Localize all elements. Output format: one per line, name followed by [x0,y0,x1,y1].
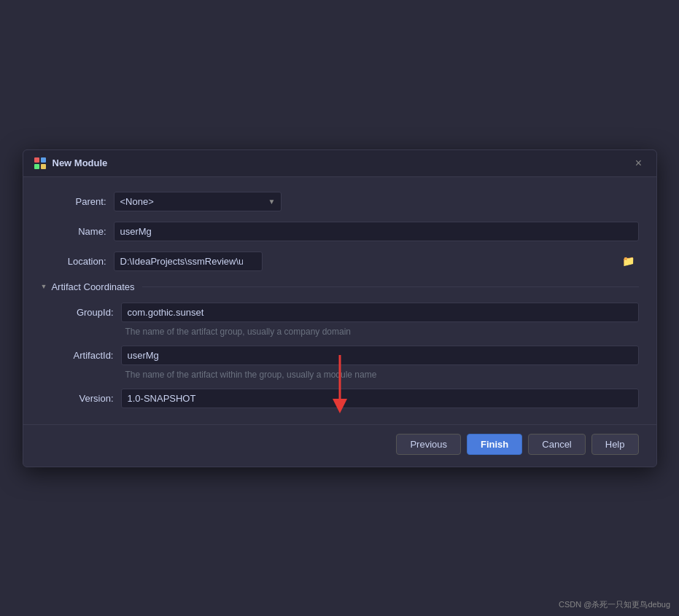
groupid-label: GroupId: [55,307,114,318]
location-input[interactable] [114,252,263,271]
artifactid-input[interactable] [121,346,639,365]
artifactid-hint: The name of the artifact within the grou… [55,370,639,380]
groupid-row: GroupId: [55,303,639,322]
name-row: Name: [41,222,639,241]
section-divider [142,286,639,287]
name-input[interactable] [114,222,639,241]
parent-row: Parent: <None> ssmReview ▼ [41,192,639,211]
location-label: Location: [41,256,106,267]
location-row: Location: 📁 [41,252,639,271]
dialog-wrapper: New Module × Parent: <None> ssmReview ▼ … [0,0,679,616]
collapse-icon: ▼ [41,283,47,290]
groupid-hint: The name of the artifact group, usually … [55,327,639,337]
browse-button[interactable]: 📁 [622,255,635,267]
cancel-button[interactable]: Cancel [528,434,585,455]
dialog-content: Parent: <None> ssmReview ▼ Name: Locatio… [23,177,656,424]
svg-rect-0 [34,157,39,163]
version-label: Version: [55,393,114,404]
parent-label: Parent: [41,196,106,207]
dialog-title: New Module [53,157,626,168]
close-button[interactable]: × [632,156,646,171]
app-icon [34,157,47,170]
dialog: New Module × Parent: <None> ssmReview ▼ … [23,149,657,467]
title-bar: New Module × [23,150,656,177]
groupid-input[interactable] [121,303,639,322]
dialog-footer: Previous Finish Cancel Help [23,424,656,467]
parent-select[interactable]: <None> ssmReview [114,192,282,211]
artifact-fields: GroupId: The name of the artifact group,… [41,303,639,408]
parent-select-wrapper: <None> ssmReview ▼ [114,192,282,211]
artifact-section: ▼ Artifact Coordinates GroupId: The name… [41,281,639,408]
previous-button[interactable]: Previous [396,434,461,455]
svg-rect-1 [41,157,46,163]
version-row: Version: [55,389,639,408]
artifact-section-title: Artifact Coordinates [51,281,134,292]
finish-button[interactable]: Finish [467,434,522,455]
watermark: CSDN @杀死一只知更鸟debug [559,599,670,610]
name-label: Name: [41,226,106,237]
artifactid-row: ArtifactId: [55,346,639,365]
help-button[interactable]: Help [591,434,639,455]
location-input-wrap: 📁 [114,252,639,271]
version-input[interactable] [121,389,639,408]
artifactid-label: ArtifactId: [55,350,114,361]
svg-rect-2 [34,164,39,169]
svg-rect-3 [41,164,46,169]
artifact-section-header[interactable]: ▼ Artifact Coordinates [41,281,639,292]
